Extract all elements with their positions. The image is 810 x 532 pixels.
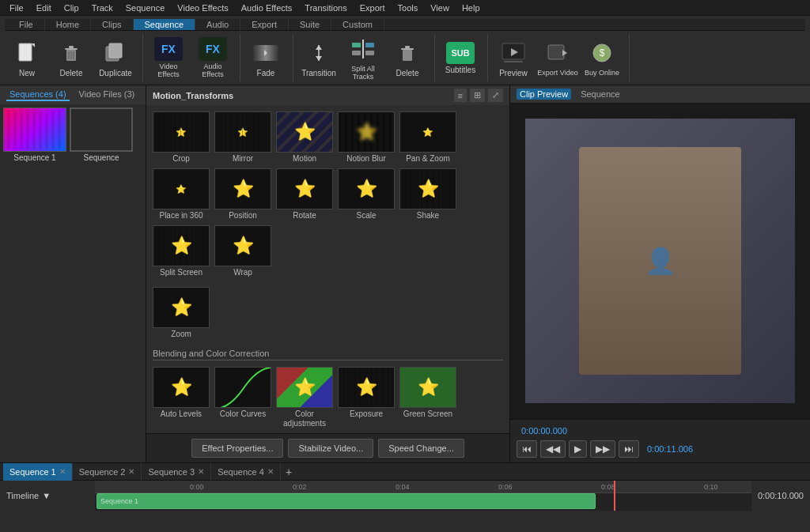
tab-audio[interactable]: Audio — [195, 19, 240, 30]
subtitles-button[interactable]: SUB Subtitles — [438, 29, 483, 86]
menu-file[interactable]: File — [3, 2, 30, 14]
svg-rect-0 — [19, 43, 32, 61]
time-marker[interactable] — [614, 481, 615, 511]
effect-auto-levels-thumb: ⭐ — [153, 367, 210, 408]
delete2-icon — [393, 39, 422, 67]
effect-wrap[interactable]: ⭐ Wrap — [214, 225, 271, 277]
timeline-label-area: Timeline ▼ — [0, 491, 95, 500]
sequence-tab-2[interactable]: Sequence 2 ✕ — [73, 463, 142, 481]
menu-video-effects[interactable]: Video Effects — [171, 2, 234, 14]
effect-mirror[interactable]: ⭐ Mirror — [214, 111, 271, 164]
add-sequence-button[interactable]: + — [281, 466, 297, 478]
effect-color-adj[interactable]: ⭐ Color adjustments — [276, 367, 333, 428]
close-seq-3-icon[interactable]: ✕ — [198, 467, 204, 476]
sequences-tab[interactable]: Sequences (4) — [6, 89, 70, 101]
effect-auto-levels[interactable]: ⭐ Auto Levels — [153, 367, 210, 428]
audio-effects-button[interactable]: FX Audio Effects — [191, 29, 235, 86]
clip-preview-tab[interactable]: Clip Preview — [517, 89, 571, 100]
effect-motion-blur[interactable]: ⭐ Notion Blur — [338, 111, 395, 164]
effects-panel: Motion_Transforms ≡ ⊞ ⤢ ⭐ Crop — [146, 85, 510, 462]
effect-properties-button[interactable]: Effect Properties... — [191, 439, 283, 458]
timeline-track[interactable]: 0:00 0:02 0:04 0:06 0:08 0:10 Sequence 1 — [95, 481, 751, 511]
close-seq-4-icon[interactable]: ✕ — [267, 467, 274, 476]
delete-button[interactable]: Delete — [49, 29, 93, 86]
stabilize-video-button[interactable]: Stabilize Video... — [288, 439, 373, 458]
motion-transforms-grid: ⭐ Crop ⭐ Mirror ⭐ — [153, 111, 503, 277]
transition-button[interactable]: Transition — [297, 29, 341, 86]
effect-place-360[interactable]: ⭐ Place in 360 — [153, 168, 210, 221]
effects-footer: Effect Properties... Stabilize Video... … — [146, 433, 509, 462]
sequence-label-1: Sequence 1 — [13, 153, 55, 162]
menu-transitions[interactable]: Transitions — [298, 2, 353, 14]
menu-track[interactable]: Track — [85, 2, 119, 14]
tab-suite[interactable]: Suite — [289, 19, 331, 30]
effect-color-curves[interactable]: Color Curves — [214, 367, 271, 428]
effects-grid-view[interactable]: ⊞ — [470, 89, 485, 102]
duplicate-button[interactable]: Duplicate — [93, 29, 138, 86]
effect-zoom[interactable]: ⭐ Zoom — [153, 287, 210, 339]
tab-custom[interactable]: Custom — [331, 19, 384, 30]
menu-sequence[interactable]: Sequence — [119, 2, 172, 14]
new-button[interactable]: New — [5, 29, 49, 86]
sequence-preview-tab[interactable]: Sequence — [577, 89, 623, 100]
sequence-tab-4[interactable]: Sequence 4 ✕ — [211, 463, 281, 481]
menu-export[interactable]: Export — [354, 2, 392, 14]
effect-crop[interactable]: ⭐ Crop — [153, 111, 210, 164]
prev-frame-button[interactable]: ◀◀ — [540, 440, 566, 458]
close-seq-2-icon[interactable]: ✕ — [128, 467, 134, 476]
buy-online-button[interactable]: $ Buy Online — [580, 29, 624, 86]
effects-scroll[interactable]: ⭐ Crop ⭐ Mirror ⭐ — [146, 105, 509, 433]
svg-rect-17 — [352, 43, 361, 47]
speed-change-button[interactable]: Speed Change... — [378, 439, 464, 458]
split-all-tracks-button[interactable]: Split All Tracks — [341, 29, 385, 86]
sequence-tab-3[interactable]: Sequence 3 ✕ — [142, 463, 211, 481]
effect-wrap-thumb: ⭐ — [214, 225, 271, 266]
menu-bar: File Edit Clip Track Sequence Video Effe… — [0, 0, 810, 16]
effect-shake[interactable]: ⭐ Shake — [399, 168, 456, 221]
fade-button[interactable]: Fade — [244, 29, 288, 86]
menu-tools[interactable]: Tools — [392, 2, 425, 14]
next-frame-button[interactable]: ▶▶ — [590, 440, 615, 458]
effect-scale[interactable]: ⭐ Scale — [338, 168, 395, 221]
video-files-tab[interactable]: Video Files (3) — [76, 89, 138, 101]
sequence-item-2[interactable]: Sequence — [70, 108, 133, 459]
toolbar-group-effects: FX Video Effects FX Audio Effects — [146, 34, 240, 81]
timeline-clip-1[interactable]: Sequence 1 — [97, 493, 596, 509]
tab-clips[interactable]: Clips — [91, 19, 133, 30]
effects-expand[interactable]: ⤢ — [488, 89, 503, 102]
effect-green-screen[interactable]: ⭐ Green Screen — [399, 367, 456, 428]
timeline-dropdown-icon[interactable]: ▼ — [42, 491, 51, 500]
menu-clip[interactable]: Clip — [58, 2, 85, 14]
effect-rotate[interactable]: ⭐ Rotate — [276, 168, 333, 221]
preview-button[interactable]: Preview — [491, 29, 536, 86]
effect-crop-thumb: ⭐ — [153, 111, 210, 153]
delete-button-2[interactable]: Delete — [385, 29, 430, 86]
timeline-area: Timeline ▼ 0:00 0:02 0:04 0:06 0:08 0:10… — [0, 481, 810, 511]
menu-audio-effects[interactable]: Audio Effects — [235, 2, 299, 14]
menu-edit[interactable]: Edit — [30, 2, 58, 14]
effect-pan-zoom[interactable]: ⭐ Pan & Zoom — [399, 111, 456, 164]
go-end-button[interactable]: ⏭ — [619, 440, 639, 458]
export-video-button[interactable]: Export Video — [536, 29, 580, 86]
play-button[interactable]: ▶ — [569, 440, 587, 458]
audio-effects-icon: FX — [199, 37, 227, 61]
close-seq-1-icon[interactable]: ✕ — [59, 467, 66, 476]
effect-green-screen-thumb: ⭐ — [399, 367, 456, 408]
video-effects-button[interactable]: FX Video Effects — [146, 29, 191, 86]
tab-file[interactable]: File — [8, 19, 45, 30]
tab-export[interactable]: Export — [240, 19, 289, 30]
effect-exposure[interactable]: ⭐ Exposure — [338, 367, 395, 428]
sequence-tab-1[interactable]: Sequence 1 ✕ — [3, 463, 73, 481]
effect-shake-thumb: ⭐ — [399, 168, 456, 209]
effects-list-view[interactable]: ≡ — [454, 89, 467, 102]
menu-help[interactable]: Help — [456, 2, 486, 14]
sequence-item-1[interactable]: Sequence 1 — [3, 108, 66, 459]
tab-home[interactable]: Home — [45, 19, 91, 30]
go-start-button[interactable]: ⏮ — [517, 440, 537, 458]
menu-view[interactable]: View — [424, 2, 456, 14]
effect-position[interactable]: ⭐ Position — [214, 168, 271, 221]
effect-motion[interactable]: ⭐ Motion — [276, 111, 333, 164]
effect-place-360-thumb: ⭐ — [153, 168, 210, 209]
tab-sequence[interactable]: Sequence — [134, 19, 196, 30]
effect-split-screen[interactable]: ⭐ Split Screen — [153, 225, 210, 277]
